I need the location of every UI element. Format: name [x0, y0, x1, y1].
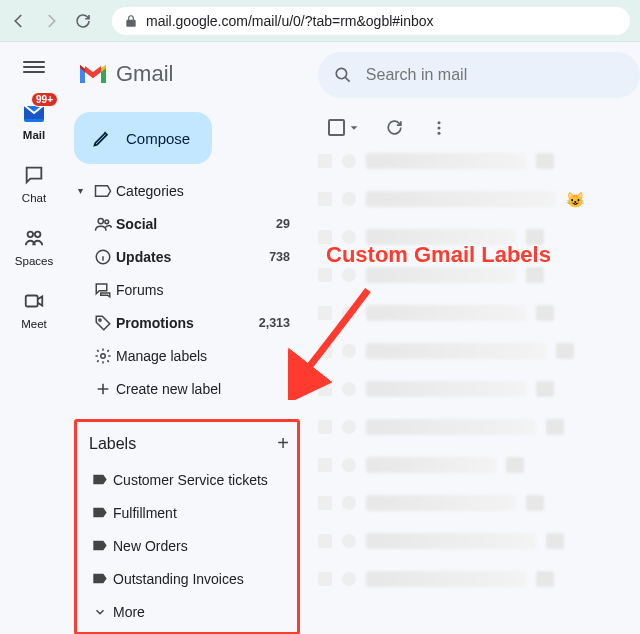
- sidebar-item-label: Social: [116, 216, 276, 232]
- sidebar-updates[interactable]: Updates 738: [68, 240, 308, 273]
- more-button[interactable]: [430, 119, 448, 137]
- rail-meet[interactable]: Meet: [20, 287, 48, 330]
- spaces-icon: [20, 224, 48, 252]
- search-input[interactable]: [366, 66, 624, 84]
- sidebar-item-count: 738: [269, 250, 308, 264]
- label-text: New Orders: [113, 538, 188, 554]
- email-row[interactable]: [318, 417, 640, 437]
- email-row[interactable]: [318, 265, 640, 285]
- svg-point-7: [101, 353, 106, 358]
- label-item[interactable]: Outstanding Invoices: [83, 562, 291, 595]
- sidebar-manage-labels[interactable]: Manage labels: [68, 339, 308, 372]
- rail-chat[interactable]: Chat: [20, 161, 48, 204]
- label-item[interactable]: Customer Service tickets: [83, 463, 291, 496]
- chat-icon: [20, 161, 48, 189]
- chevron-down-icon: ▾: [78, 185, 90, 196]
- sidebar-item-label: Forums: [116, 282, 290, 298]
- label-more[interactable]: More: [83, 595, 291, 628]
- forward-button[interactable]: [42, 12, 60, 30]
- label-item[interactable]: Fulfillment: [83, 496, 291, 529]
- mail-badge: 99+: [31, 92, 58, 107]
- email-row[interactable]: [318, 531, 640, 551]
- back-button[interactable]: [10, 12, 28, 30]
- search-icon: [334, 65, 352, 85]
- sidebar-categories[interactable]: ▾ Categories: [68, 174, 308, 207]
- info-icon: [90, 248, 116, 266]
- toolbar: [308, 98, 640, 151]
- sidebar-item-label: Categories: [116, 183, 308, 199]
- gmail-logo-text: Gmail: [116, 61, 173, 87]
- email-row[interactable]: [318, 455, 640, 475]
- label-item[interactable]: New Orders: [83, 529, 291, 562]
- email-row[interactable]: [318, 493, 640, 513]
- svg-point-6: [99, 318, 101, 320]
- svg-point-8: [336, 68, 346, 78]
- sidebar-social[interactable]: Social 29: [68, 207, 308, 240]
- svg-point-9: [438, 121, 441, 124]
- label-icon: [87, 506, 113, 519]
- gmail-logo-icon: [78, 63, 108, 85]
- email-row[interactable]: [318, 151, 640, 171]
- compose-label: Compose: [126, 130, 190, 147]
- svg-point-1: [35, 232, 40, 238]
- label-text: Customer Service tickets: [113, 472, 268, 488]
- label-icon: [87, 473, 113, 486]
- svg-rect-2: [26, 296, 38, 307]
- forums-icon: [90, 281, 116, 299]
- sidebar-item-label: Create new label: [116, 381, 308, 397]
- email-row[interactable]: [318, 341, 640, 361]
- sidebar-promotions[interactable]: Promotions 2,313: [68, 306, 308, 339]
- sidebar-item-label: Manage labels: [116, 348, 308, 364]
- pencil-icon: [92, 128, 112, 148]
- browser-bar: mail.google.com/mail/u/0/?tab=rm&ogbl#in…: [0, 0, 640, 42]
- svg-point-0: [28, 232, 33, 238]
- chevron-down-icon: [87, 605, 113, 619]
- sidebar-item-count: 2,313: [259, 316, 308, 330]
- add-label-button[interactable]: +: [277, 432, 289, 455]
- compose-button[interactable]: Compose: [74, 112, 212, 164]
- sidebar-create-label[interactable]: Create new label: [68, 372, 308, 405]
- email-row[interactable]: [318, 303, 640, 323]
- search-bar[interactable]: [318, 52, 640, 98]
- main-pane: 😺: [308, 42, 640, 634]
- rail-meet-label: Meet: [21, 318, 47, 330]
- svg-point-10: [438, 126, 441, 129]
- address-bar[interactable]: mail.google.com/mail/u/0/?tab=rm&ogbl#in…: [112, 7, 630, 35]
- email-row[interactable]: [318, 569, 640, 589]
- label-text: Fulfillment: [113, 505, 177, 521]
- tag-icon: [90, 314, 116, 332]
- reload-button[interactable]: [74, 12, 92, 30]
- svg-point-11: [438, 131, 441, 134]
- email-list: 😺: [308, 151, 640, 589]
- rail-spaces[interactable]: Spaces: [15, 224, 53, 267]
- sidebar-forums[interactable]: Forums: [68, 273, 308, 306]
- sidebar-item-label: Promotions: [116, 315, 259, 331]
- plus-icon: [90, 381, 116, 397]
- gmail-logo[interactable]: Gmail: [68, 52, 308, 96]
- email-row[interactable]: 😺: [318, 189, 640, 209]
- sidebar-item-label: Updates: [116, 249, 269, 265]
- refresh-button[interactable]: [385, 118, 404, 137]
- rail-spaces-label: Spaces: [15, 255, 53, 267]
- gear-icon: [90, 347, 116, 365]
- email-row[interactable]: [318, 379, 640, 399]
- checkbox-icon: [328, 119, 345, 136]
- rail-mail[interactable]: 99+ Mail: [20, 98, 48, 141]
- email-row[interactable]: [318, 227, 640, 247]
- meet-icon: [20, 287, 48, 315]
- mail-icon: 99+: [20, 98, 48, 126]
- rail-chat-label: Chat: [22, 192, 46, 204]
- svg-point-3: [98, 218, 103, 223]
- label-icon: [87, 572, 113, 585]
- label-icon: [87, 539, 113, 552]
- select-all[interactable]: [328, 119, 359, 136]
- menu-button[interactable]: [23, 56, 45, 78]
- lock-icon: [124, 14, 138, 28]
- rail-mail-label: Mail: [23, 129, 45, 141]
- label-more-text: More: [113, 604, 145, 620]
- people-icon: [90, 216, 116, 232]
- app-rail: 99+ Mail Chat Spaces Meet: [0, 42, 68, 634]
- labels-section: Labels + Customer Service tickets Fulfil…: [74, 419, 300, 634]
- sidebar-item-count: 29: [276, 217, 308, 231]
- label-text: Outstanding Invoices: [113, 571, 244, 587]
